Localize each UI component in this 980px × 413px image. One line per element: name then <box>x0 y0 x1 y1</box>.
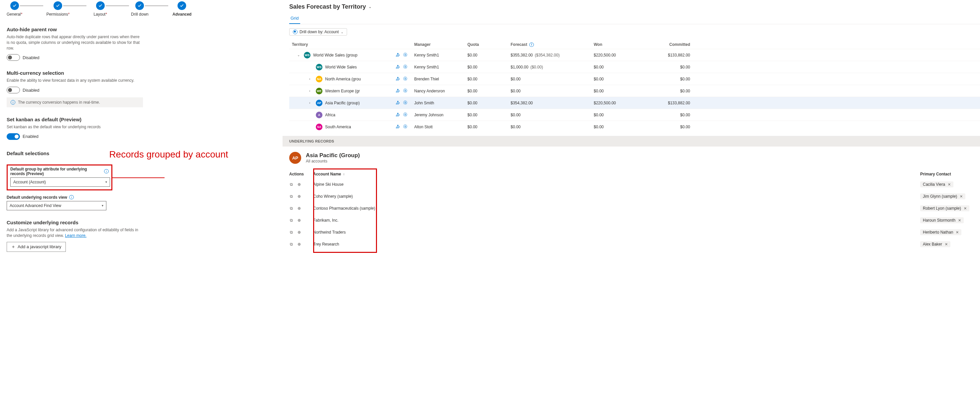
add-icon[interactable]: ⊕ <box>298 206 301 211</box>
record-row[interactable]: ⧉ ⊕ Trey Research Alex Baker✕ <box>289 238 974 250</box>
share-icon[interactable]: 📤︎ <box>396 76 400 81</box>
add-js-button[interactable]: ＋ Add a javascript library <box>6 242 66 252</box>
target-icon <box>293 30 298 34</box>
col-manager[interactable]: Manager <box>414 42 468 47</box>
contact-chip[interactable]: Heriberto Nathan✕ <box>920 229 961 235</box>
remove-icon[interactable]: ✕ <box>956 230 959 235</box>
open-icon[interactable]: ⧉ <box>290 194 293 199</box>
contact-chip[interactable]: Cacilia Viera✕ <box>920 181 953 187</box>
caret-icon[interactable]: › <box>309 101 312 105</box>
user-icon[interactable]: ⓐ <box>403 76 407 82</box>
grid-row[interactable]: WS World Wide Sales 📤︎ ⓐ Kenny Smith1 $0… <box>289 61 980 73</box>
step-general[interactable]: General* <box>6 1 22 17</box>
col-account-name[interactable]: Account Name ↑ <box>313 172 380 176</box>
share-icon[interactable]: 📤︎ <box>396 52 400 57</box>
chevron-down-icon: ⌄ <box>369 5 371 9</box>
quota-cell: $0.00 <box>468 65 511 70</box>
drill-down-button[interactable]: Drill down by: Account ⌄ <box>289 28 347 35</box>
caret-icon[interactable]: › <box>309 89 312 93</box>
add-icon[interactable]: ⊕ <box>298 230 301 235</box>
grid-row[interactable]: › AP Asia Pacific (group) 📤︎ ⓐ John Smit… <box>289 97 980 109</box>
learn-more-link[interactable]: Learn more. <box>65 233 86 238</box>
grid-row[interactable]: › WE Western Europe (gr 📤︎ ⓐ Nancy Ander… <box>289 85 980 97</box>
contact-chip[interactable]: Alex Baker✕ <box>920 241 950 247</box>
step-permissions[interactable]: Permissions* <box>46 1 70 17</box>
share-icon[interactable]: 📤︎ <box>396 112 400 117</box>
add-icon[interactable]: ⊕ <box>298 242 301 246</box>
step-advanced[interactable]: Advanced <box>173 1 191 17</box>
share-icon[interactable]: 📤︎ <box>396 100 400 105</box>
multi-currency-toggle[interactable] <box>6 87 20 94</box>
record-row[interactable]: ⧉ ⊕ Contoso Pharmaceuticals (sample) Rob… <box>289 202 974 214</box>
open-icon[interactable]: ⧉ <box>290 206 293 211</box>
open-icon[interactable]: ⧉ <box>290 242 293 246</box>
col-won[interactable]: Won <box>594 42 647 47</box>
territory-name: Asia Pacific (group) <box>325 101 360 105</box>
col-territory[interactable]: Territory <box>289 42 396 47</box>
kanban-toggle[interactable] <box>6 133 20 140</box>
check-icon <box>135 1 144 10</box>
forecast-cell: $355,382.00 ($354,382.00) <box>511 53 594 57</box>
share-icon[interactable]: 📤︎ <box>396 88 400 94</box>
col-primary-contact[interactable]: Primary Contact <box>920 172 974 176</box>
col-committed[interactable]: Committed <box>647 42 694 47</box>
add-icon[interactable]: ⊕ <box>298 194 301 199</box>
grid-row[interactable]: A Africa 📤︎ ⓐ Jeremy Johnson $0.00 $0.00… <box>289 109 980 121</box>
remove-icon[interactable]: ✕ <box>948 183 951 187</box>
user-icon[interactable]: ⓐ <box>403 112 407 118</box>
share-icon[interactable]: 📤︎ <box>396 64 400 70</box>
user-icon[interactable]: ⓐ <box>403 88 407 94</box>
step-label: Drill down <box>131 12 149 17</box>
caret-icon[interactable]: › <box>309 77 312 81</box>
contact-chip[interactable]: Haroun Stormonth✕ <box>920 217 964 223</box>
remove-icon[interactable]: ✕ <box>964 206 967 211</box>
kanban-section: Set kanban as default (Preview) Set kanb… <box>6 117 269 140</box>
record-row[interactable]: ⧉ ⊕ Coho Winery (sample) Jim Glynn (samp… <box>289 191 974 202</box>
contact-chip[interactable]: Jim Glynn (sample)✕ <box>920 193 966 199</box>
territory-name: World Wide Sales <box>325 65 357 70</box>
record-row[interactable]: ⧉ ⊕ Alpine Ski House Cacilia Viera✕ <box>289 178 974 191</box>
grid-row[interactable]: ⌄ WS World Wide Sales (group 📤︎ ⓐ Kenny … <box>289 49 980 61</box>
add-icon[interactable]: ⊕ <box>298 218 301 222</box>
caret-icon[interactable]: ⌄ <box>297 53 301 57</box>
committed-cell: $0.00 <box>647 77 694 81</box>
sort-ascending-icon: ↑ <box>343 172 345 176</box>
tab-grid[interactable]: Grid <box>289 14 300 24</box>
open-icon[interactable]: ⧉ <box>290 230 293 235</box>
open-icon[interactable]: ⧉ <box>290 218 293 222</box>
open-icon[interactable]: ⧉ <box>290 182 293 187</box>
info-icon: i <box>69 195 74 199</box>
remove-icon[interactable]: ✕ <box>960 194 963 199</box>
share-icon[interactable]: 📤︎ <box>396 124 400 129</box>
remove-icon[interactable]: ✕ <box>958 218 961 222</box>
kanban-toggle-label: Enabled <box>22 134 38 139</box>
quota-cell: $0.00 <box>468 101 511 105</box>
user-icon[interactable]: ⓐ <box>403 100 407 106</box>
add-js-label: Add a javascript library <box>18 244 62 249</box>
grid-row[interactable]: SA South America 📤︎ ⓐ Alton Stott $0.00 … <box>289 121 980 133</box>
territory-title: Asia Pacific (Group) <box>306 152 360 159</box>
customize-section: Customize underlying records Add a JavaS… <box>6 220 269 252</box>
grid-row[interactable]: › NA North America (grou 📤︎ ⓐ Brenden Th… <box>289 73 980 85</box>
default-selections-section: Default selections Records grouped by ac… <box>6 149 269 210</box>
user-icon[interactable]: ⓐ <box>403 64 407 70</box>
step-drill-down[interactable]: Drill down <box>131 1 149 17</box>
info-icon: i <box>11 100 15 105</box>
user-icon[interactable]: ⓐ <box>403 52 407 58</box>
group-by-select[interactable]: Account (Account) ▾ <box>10 178 110 187</box>
contact-chip[interactable]: Robert Lyon (sample)✕ <box>920 205 969 211</box>
record-row[interactable]: ⧉ ⊕ Northwind Traders Heriberto Nathan✕ <box>289 226 974 238</box>
chevron-down-icon: ⌄ <box>341 30 344 34</box>
step-layout[interactable]: Layout* <box>94 1 107 17</box>
forecast-grid: Territory Manager Quota Forecast i Won C… <box>289 40 980 133</box>
default-view-select[interactable]: Account Advanced Find View ▾ <box>6 201 107 210</box>
default-selections-title: Default selections <box>6 151 49 156</box>
remove-icon[interactable]: ✕ <box>945 242 948 246</box>
col-quota[interactable]: Quota <box>468 42 511 47</box>
auto-hide-toggle[interactable] <box>6 54 20 61</box>
forecast-title[interactable]: Sales Forecast by Territory ⌄ <box>289 3 980 10</box>
user-icon[interactable]: ⓐ <box>403 124 407 130</box>
add-icon[interactable]: ⊕ <box>298 182 301 187</box>
record-row[interactable]: ⧉ ⊕ Fabrikam, Inc. Haroun Stormonth✕ <box>289 214 974 226</box>
col-forecast[interactable]: Forecast i <box>511 42 594 47</box>
